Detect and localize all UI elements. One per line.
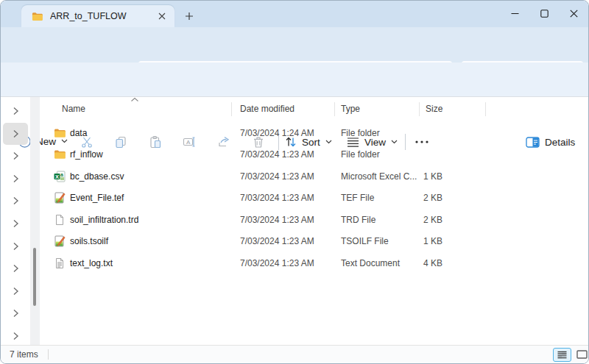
file-name: soils.tsoilf [70,236,108,246]
file-type: TEF File [341,193,374,203]
file-row[interactable]: soils.tsoilf 7/03/2024 1:23 AM TSOILF Fi… [45,231,581,253]
file-date: 7/03/2024 1:24 AM [240,128,314,138]
file-date: 7/03/2024 1:23 AM [240,171,314,182]
file-type: TRD File [341,215,375,225]
item-count: 7 items [10,349,38,360]
file-name: soil_infiltration.trd [70,215,138,225]
file-type: TSOILF File [341,236,389,246]
file-row[interactable]: Event_File.tef 7/03/2024 1:23 AM TEF Fil… [45,188,581,210]
large-icons-view-toggle[interactable] [574,348,589,362]
file-size: 4 KB [384,258,442,268]
file-date: 7/03/2024 1:23 AM [240,149,314,160]
file-date: 7/03/2024 1:23 AM [240,215,314,225]
file-size: 2 KB [384,193,442,203]
file-row[interactable]: soil_infiltration.trd 7/03/2024 1:23 AM … [45,209,581,231]
file-row[interactable]: rf_inflow 7/03/2024 1:23 AM File folder [45,144,581,166]
file-size: 1 KB [384,171,442,182]
file-date: 7/03/2024 1:23 AM [240,236,314,246]
text-file-icon [54,257,66,269]
status-bar: 7 items [1,345,588,363]
file-row[interactable]: text_log.txt 7/03/2024 1:23 AM Text Docu… [45,252,581,274]
editor-icon [54,235,66,247]
file-list: data 7/03/2024 1:24 AM File folder rf_in… [1,1,588,363]
file-size: 1 KB [384,236,442,246]
file-name: data [70,128,87,138]
file-row[interactable]: data 7/03/2024 1:24 AM File folder [45,122,581,144]
folder-icon [54,149,66,160]
status-divider [48,349,49,360]
file-name: text_log.txt [70,258,113,268]
details-view-toggle[interactable] [553,348,571,362]
folder-icon [54,127,66,139]
file-size: 2 KB [384,215,442,225]
blank-file-icon [54,214,66,226]
file-row[interactable]: bc_dbase.csv 7/03/2024 1:23 AM Microsoft… [45,165,581,188]
file-name: rf_inflow [70,149,103,160]
large-icons-view-icon [576,350,588,359]
file-type: File folder [341,149,380,160]
excel-csv-icon [54,171,66,182]
file-name: Event_File.tef [70,193,124,203]
file-explorer-window: ARR_to_TUFLOW [0,0,589,364]
file-name: bc_dbase.csv [70,171,124,182]
file-date: 7/03/2024 1:23 AM [240,193,314,203]
details-view-icon [557,351,567,359]
file-date: 7/03/2024 1:23 AM [240,258,314,268]
file-type: File folder [341,128,380,138]
editor-icon [54,192,66,204]
